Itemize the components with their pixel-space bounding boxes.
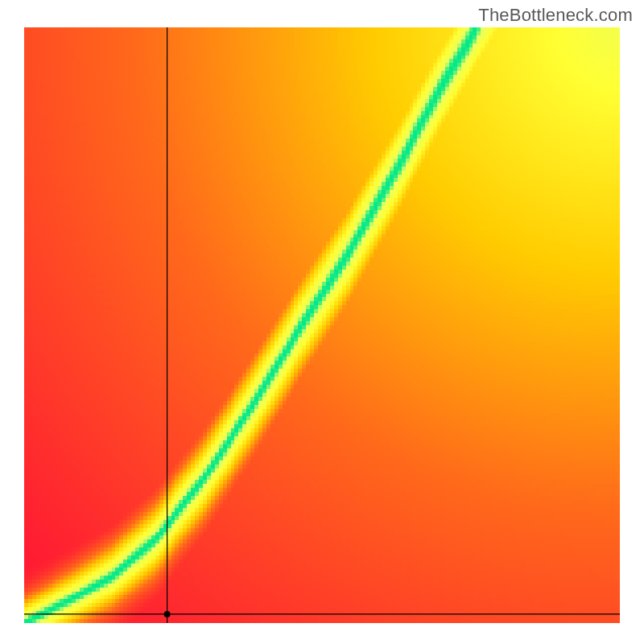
chart-container: TheBottleneck.com <box>0 0 644 644</box>
bottleneck-heatmap <box>24 27 620 623</box>
attribution-label: TheBottleneck.com <box>478 5 633 26</box>
plot-frame <box>24 27 620 623</box>
